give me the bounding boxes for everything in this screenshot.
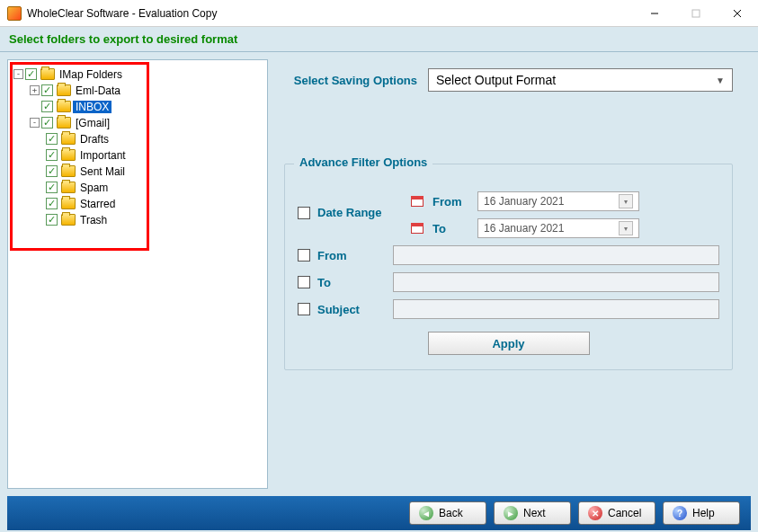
window-title: WholeClear Software - Evaluation Copy xyxy=(27,7,217,20)
subject-checkbox[interactable] xyxy=(298,303,310,315)
tree-node-starred[interactable]: Starred xyxy=(46,196,263,211)
checkbox[interactable] xyxy=(25,68,37,80)
saving-options-label: Select Saving Options xyxy=(284,74,428,87)
tree-node-drafts[interactable]: Drafts xyxy=(46,131,263,146)
checkbox[interactable] xyxy=(41,101,53,112)
to-date-label: To xyxy=(433,222,468,235)
svg-rect-1 xyxy=(692,10,700,17)
checkbox[interactable] xyxy=(46,133,58,145)
nav-bar: ◄ Back ► Next ✕ Cancel ? Help xyxy=(7,496,751,530)
close-button[interactable] xyxy=(717,0,758,27)
folder-icon xyxy=(57,101,71,112)
subject-label: Subject xyxy=(317,303,393,316)
tree-label: Drafts xyxy=(77,133,111,146)
calendar-icon xyxy=(411,223,424,234)
tree-node-trash[interactable]: Trash xyxy=(46,212,263,227)
tree-label: INBOX xyxy=(73,101,111,113)
date-range-checkbox[interactable] xyxy=(298,207,310,219)
folder-icon xyxy=(57,84,71,96)
dropdown-icon[interactable]: ▾ xyxy=(619,194,633,208)
folder-icon xyxy=(40,68,55,80)
folder-tree-panel: - IMap Folders + Eml-Data xyxy=(7,59,268,489)
from-date-field[interactable]: 16 January 2021 ▾ xyxy=(477,191,639,211)
expander-icon[interactable]: + xyxy=(30,85,40,95)
checkbox[interactable] xyxy=(41,84,53,96)
to-date-field[interactable]: 16 January 2021 ▾ xyxy=(477,218,639,238)
combo-value: Select Output Format xyxy=(436,73,556,87)
next-label: Next xyxy=(523,507,546,519)
maximize-button[interactable] xyxy=(675,0,717,27)
checkbox[interactable] xyxy=(46,149,58,161)
checkbox[interactable] xyxy=(46,165,58,177)
from-label: From xyxy=(317,249,393,262)
to-label: To xyxy=(317,276,393,289)
help-icon: ? xyxy=(673,506,687,520)
tree-node-spam[interactable]: Spam xyxy=(46,180,263,195)
subject-input[interactable] xyxy=(393,299,719,319)
to-date-value: 16 January 2021 xyxy=(484,222,564,235)
back-icon: ◄ xyxy=(419,506,433,520)
folder-tree[interactable]: - IMap Folders + Eml-Data xyxy=(12,66,263,227)
cancel-button[interactable]: ✕ Cancel xyxy=(578,501,655,525)
tree-node-sentmail[interactable]: Sent Mail xyxy=(46,164,263,179)
tree-label: IMap Folders xyxy=(57,68,125,81)
folder-icon xyxy=(61,165,76,177)
tree-label: Spam xyxy=(77,182,111,194)
date-range-label: Date Range xyxy=(317,206,393,219)
tree-node-emldata[interactable]: + Eml-Data xyxy=(30,83,263,98)
chevron-down-icon: ▼ xyxy=(716,75,725,85)
apply-label: Apply xyxy=(492,337,524,350)
options-panel: Select Saving Options Select Output Form… xyxy=(275,52,758,496)
expander-icon[interactable]: - xyxy=(30,118,40,128)
from-input[interactable] xyxy=(393,245,719,265)
folder-icon xyxy=(61,133,76,145)
tree-node-inbox[interactable]: INBOX xyxy=(30,99,263,114)
tree-node-important[interactable]: Important xyxy=(46,147,263,163)
next-icon: ► xyxy=(504,506,518,520)
tree-label: Sent Mail xyxy=(77,165,128,178)
checkbox[interactable] xyxy=(46,214,58,226)
expander-icon[interactable]: - xyxy=(13,69,23,79)
filter-legend: Advance Filter Options xyxy=(294,155,433,169)
from-date-label: From xyxy=(433,195,468,208)
instruction-bar: Select folders to export to desired form… xyxy=(0,27,758,52)
checkbox[interactable] xyxy=(46,182,58,193)
dropdown-icon[interactable]: ▾ xyxy=(619,221,633,235)
advance-filter-group: Advance Filter Options Date Range From 1… xyxy=(284,164,733,370)
apply-button[interactable]: Apply xyxy=(428,332,590,355)
checkbox[interactable] xyxy=(46,198,58,209)
from-date-value: 16 January 2021 xyxy=(484,195,564,208)
expander-spacer xyxy=(30,102,40,111)
tree-node-root[interactable]: - IMap Folders xyxy=(13,66,263,82)
folder-icon xyxy=(61,198,76,209)
tree-label: [Gmail] xyxy=(73,117,112,129)
checkbox[interactable] xyxy=(41,117,53,129)
tree-label: Trash xyxy=(77,214,110,226)
app-icon xyxy=(7,6,22,21)
output-format-combo[interactable]: Select Output Format ▼ xyxy=(428,68,733,92)
main-area: - IMap Folders + Eml-Data xyxy=(0,52,758,496)
tree-node-gmail[interactable]: - [Gmail] xyxy=(30,115,263,130)
help-button[interactable]: ? Help xyxy=(663,501,740,525)
folder-icon xyxy=(61,182,76,193)
next-button[interactable]: ► Next xyxy=(494,501,571,525)
from-checkbox[interactable] xyxy=(298,249,310,262)
cancel-label: Cancel xyxy=(608,507,641,519)
minimize-button[interactable] xyxy=(634,0,675,27)
folder-icon xyxy=(61,149,76,161)
back-button[interactable]: ◄ Back xyxy=(409,501,486,525)
back-label: Back xyxy=(439,507,463,519)
tree-label: Important xyxy=(77,149,129,162)
to-input[interactable] xyxy=(393,272,719,292)
calendar-icon xyxy=(411,196,424,207)
cancel-icon: ✕ xyxy=(588,506,602,520)
title-bar: WholeClear Software - Evaluation Copy xyxy=(0,0,758,27)
folder-icon xyxy=(57,117,71,129)
tree-label: Starred xyxy=(77,198,118,210)
to-checkbox[interactable] xyxy=(298,276,310,288)
tree-label: Eml-Data xyxy=(73,84,123,97)
folder-icon xyxy=(61,214,76,226)
help-label: Help xyxy=(692,507,715,519)
